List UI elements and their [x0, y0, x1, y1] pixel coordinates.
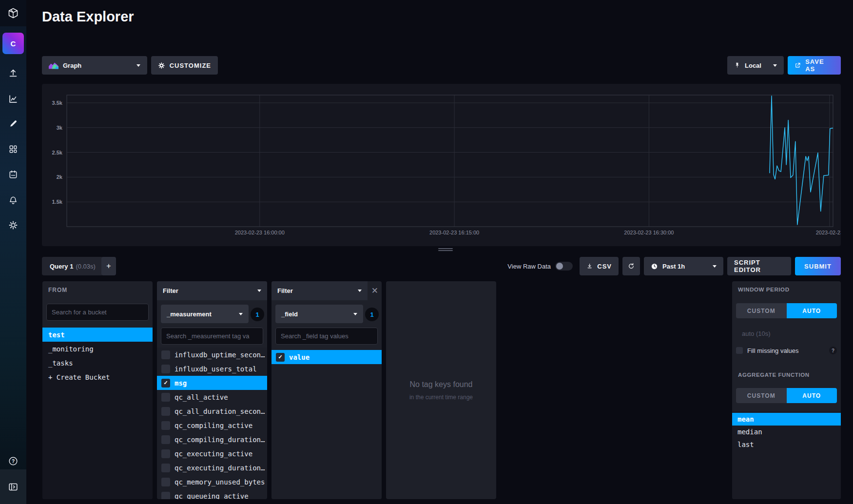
aggregate-auto-button[interactable]: AUTO: [787, 388, 837, 403]
export-icon: [795, 62, 801, 69]
submit-button[interactable]: SUBMIT: [795, 257, 841, 275]
measurement-option[interactable]: qc_memory_unused_bytes: [157, 475, 267, 489]
field-option[interactable]: ✓value: [271, 350, 382, 364]
annotate-pencil-icon[interactable]: [7, 118, 19, 130]
view-raw-data-label: View Raw Data: [507, 263, 551, 270]
measurement-option[interactable]: qc_all_duration_secon…: [157, 404, 267, 418]
refresh-button[interactable]: [622, 257, 640, 275]
data-explorer-icon[interactable]: [7, 93, 19, 105]
tag-key-dropdown[interactable]: _measurement: [161, 305, 249, 323]
aggregate-custom-button[interactable]: CUSTOM: [736, 388, 787, 403]
svg-text:?: ?: [12, 459, 15, 464]
checkbox-icon[interactable]: [161, 365, 170, 373]
y-axis-tick-label: 2.5k: [52, 150, 63, 155]
field-list: ✓value: [271, 350, 382, 499]
aggregate-function-option[interactable]: median: [732, 426, 841, 438]
tag-key-dropdown[interactable]: _field: [275, 305, 363, 323]
visualization-type-dropdown[interactable]: Graph: [42, 56, 147, 75]
aggregate-function-option[interactable]: mean: [732, 413, 841, 426]
checkbox-icon[interactable]: [161, 393, 170, 402]
checkbox-icon[interactable]: [161, 407, 170, 416]
bucket-item[interactable]: test: [42, 328, 153, 342]
list-item-label: _tasks: [48, 359, 73, 367]
filter-type-dropdown[interactable]: Filter: [271, 281, 368, 300]
query-tab[interactable]: Query 1 (0.03s): [42, 257, 103, 275]
add-query-button[interactable]: +: [101, 257, 116, 275]
bucket-search-input[interactable]: [46, 304, 149, 321]
measurement-search-input[interactable]: [161, 328, 263, 345]
visualization-type-label: Graph: [63, 62, 81, 69]
page-title: Data Explorer: [42, 9, 134, 25]
script-editor-button[interactable]: SCRIPT EDITOR: [727, 257, 791, 275]
view-raw-data-toggle[interactable]: [555, 262, 573, 271]
area-chart-icon: [49, 62, 58, 69]
list-item-label: last: [737, 441, 754, 448]
checkbox-icon[interactable]: [161, 464, 170, 472]
resize-handle[interactable]: [438, 248, 453, 252]
measurement-option[interactable]: qc_executing_duration…: [157, 461, 267, 475]
checkbox-icon[interactable]: [161, 492, 170, 500]
help-icon[interactable]: ?: [7, 455, 19, 467]
checkbox-icon[interactable]: ✓: [161, 379, 170, 388]
bucket-item[interactable]: _tasks: [42, 356, 153, 370]
query-tab-label: Query 1: [50, 263, 73, 270]
y-axis-tick-label: 3k: [57, 125, 63, 131]
checkbox-icon[interactable]: [161, 478, 170, 486]
empty-state-subtitle: in the current time range: [409, 394, 473, 401]
tag-key-label: _measurement: [167, 310, 212, 318]
customize-button[interactable]: CUSTOMIZE: [151, 56, 218, 75]
measurement-option[interactable]: ✓msg: [157, 376, 267, 390]
dashboards-icon[interactable]: [7, 143, 19, 155]
measurement-option[interactable]: qc_all_active: [157, 390, 267, 404]
checkbox-icon[interactable]: ✓: [276, 353, 285, 362]
settings-gear-icon[interactable]: [7, 219, 19, 231]
measurement-option[interactable]: qc_compiling_duration…: [157, 432, 267, 446]
checkbox-icon[interactable]: [161, 350, 170, 359]
timezone-dropdown[interactable]: Local: [727, 56, 784, 75]
tasks-calendar-icon[interactable]: [7, 169, 19, 180]
bucket-item[interactable]: + Create Bucket: [42, 370, 153, 384]
time-range-dropdown[interactable]: Past 1h: [644, 257, 723, 275]
list-item-label: influxdb_uptime_secon…: [174, 351, 265, 359]
tag-keys-panel: No tag keys found in the current time ra…: [386, 281, 496, 499]
question-badge-icon[interactable]: ?: [829, 347, 837, 354]
checkbox-icon[interactable]: [161, 449, 170, 458]
aggregate-function-option[interactable]: last: [732, 438, 841, 451]
measurement-option[interactable]: qc_queueing_active: [157, 489, 267, 499]
fill-missing-checkbox[interactable]: [736, 347, 743, 354]
time-series-chart[interactable]: 1.5k2k2.5k3k3.5k2023-02-23 16:00:002023-…: [42, 84, 841, 246]
measurement-option[interactable]: qc_executing_active: [157, 446, 267, 461]
csv-download-button[interactable]: CSV: [580, 257, 619, 275]
list-item-label: test: [48, 331, 65, 339]
measurement-option[interactable]: qc_compiling_active: [157, 418, 267, 432]
upload-icon[interactable]: [7, 67, 19, 79]
sidebar: C: [0, 0, 26, 504]
window-auto-button[interactable]: AUTO: [787, 303, 837, 318]
list-item-label: mean: [737, 415, 754, 423]
aggregate-function-title: AGGREGATE FUNCTION: [738, 372, 810, 378]
list-item-label: msg: [174, 379, 187, 387]
x-axis-tick-label: 2023-02-23: [816, 230, 841, 235]
influxdb-logo[interactable]: [0, 0, 26, 26]
filter-type-dropdown[interactable]: Filter: [157, 281, 267, 300]
bucket-item[interactable]: _monitoring: [42, 342, 153, 356]
x-axis-tick-label: 2023-02-23 16:30:00: [624, 230, 674, 235]
window-custom-button[interactable]: CUSTOM: [736, 303, 787, 318]
y-axis-tick-label: 3.5k: [52, 100, 63, 106]
close-icon[interactable]: ✕: [371, 287, 378, 295]
checkbox-icon[interactable]: [161, 435, 170, 444]
field-search-input[interactable]: [275, 328, 378, 345]
timezone-label: Local: [745, 62, 761, 69]
measurement-option[interactable]: influxdb_uptime_secon…: [157, 348, 267, 362]
save-as-button[interactable]: SAVE AS: [788, 56, 841, 75]
checkbox-icon[interactable]: [161, 421, 170, 430]
list-item-label: qc_all_duration_secon…: [174, 407, 265, 415]
alerts-bell-icon[interactable]: [7, 194, 19, 206]
list-item-label: _monitoring: [48, 345, 94, 353]
org-avatar[interactable]: C: [2, 33, 24, 54]
query-options-panel: WINDOW PERIOD CUSTOM AUTO auto (10s) Fil…: [732, 281, 841, 499]
list-item-label: qc_executing_active: [174, 450, 252, 458]
x-axis-tick-label: 2023-02-23 16:00:00: [235, 230, 285, 235]
expand-sidebar-strip[interactable]: [0, 469, 26, 504]
measurement-option[interactable]: influxdb_users_total: [157, 362, 267, 376]
